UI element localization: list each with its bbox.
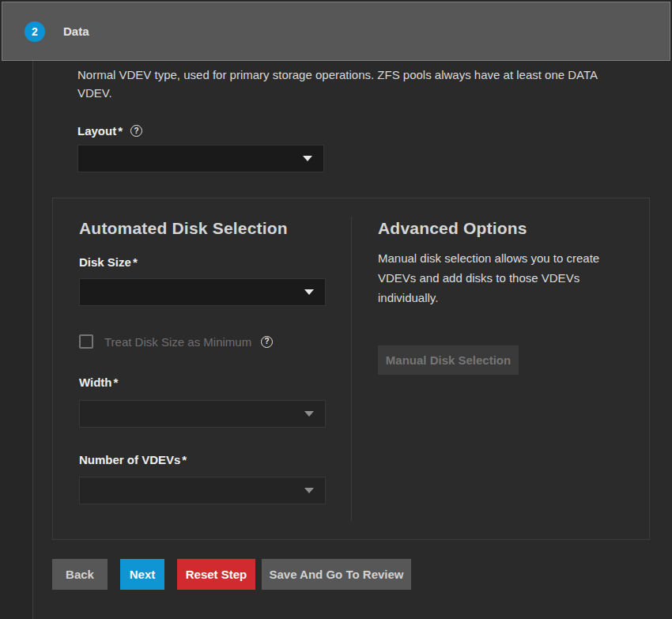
- disk-size-label: Disk Size*: [79, 255, 138, 269]
- advanced-description: Manual disk selection allows you to crea…: [378, 248, 625, 308]
- required-marker: *: [182, 453, 187, 466]
- required-marker: *: [114, 376, 119, 389]
- chevron-down-icon: [304, 488, 314, 493]
- step-title: Data: [63, 25, 89, 38]
- layout-label: Layout*: [77, 124, 123, 138]
- width-label: Width*: [79, 376, 118, 389]
- chevron-down-icon: [304, 411, 314, 417]
- layout-select[interactable]: [77, 145, 324, 172]
- treat-min-label: Treat Disk Size as Minimum: [104, 335, 251, 349]
- step-header[interactable]: 2 Data: [2, 2, 670, 61]
- vdev-count-label: Number of VDEVs*: [79, 453, 187, 466]
- panel-column-divider: [351, 217, 352, 521]
- advanced-section-title: Advanced Options: [378, 219, 527, 238]
- required-marker: *: [133, 255, 138, 269]
- step-number: 2: [32, 25, 38, 38]
- reset-step-button[interactable]: Reset Step: [177, 559, 255, 590]
- treat-min-checkbox[interactable]: [79, 334, 93, 349]
- required-marker: *: [118, 124, 123, 138]
- vdev-description-text: Normal VDEV type, used for primary stora…: [77, 66, 625, 102]
- vdev-count-label-row: Number of VDEVs*: [79, 453, 187, 466]
- width-label-row: Width*: [79, 376, 118, 389]
- back-button[interactable]: Back: [52, 559, 108, 590]
- manual-disk-selection-button[interactable]: Manual Disk Selection: [378, 345, 519, 375]
- width-select[interactable]: [79, 400, 326, 428]
- stepper-connector-line: [32, 61, 33, 619]
- vdev-count-select[interactable]: [79, 477, 326, 504]
- treat-min-checkbox-row: Treat Disk Size as Minimum ?: [79, 334, 273, 349]
- chevron-down-icon: [303, 156, 312, 161]
- disk-size-select[interactable]: [79, 278, 326, 306]
- treat-min-help-icon[interactable]: ?: [261, 336, 273, 348]
- next-button[interactable]: Next: [120, 559, 164, 590]
- save-and-go-to-review-button[interactable]: Save And Go To Review: [262, 559, 411, 590]
- wizard-step-data: 2 Data Normal VDEV type, used for primar…: [0, 0, 672, 619]
- disk-selection-panel: Automated Disk Selection Disk Size* Trea…: [52, 198, 650, 540]
- step-number-badge: 2: [25, 21, 45, 42]
- automated-section-title: Automated Disk Selection: [79, 219, 288, 238]
- layout-help-icon[interactable]: ?: [130, 125, 142, 137]
- chevron-down-icon: [304, 289, 314, 295]
- disk-size-label-row: Disk Size*: [79, 255, 138, 269]
- layout-label-row: Layout* ?: [77, 124, 142, 138]
